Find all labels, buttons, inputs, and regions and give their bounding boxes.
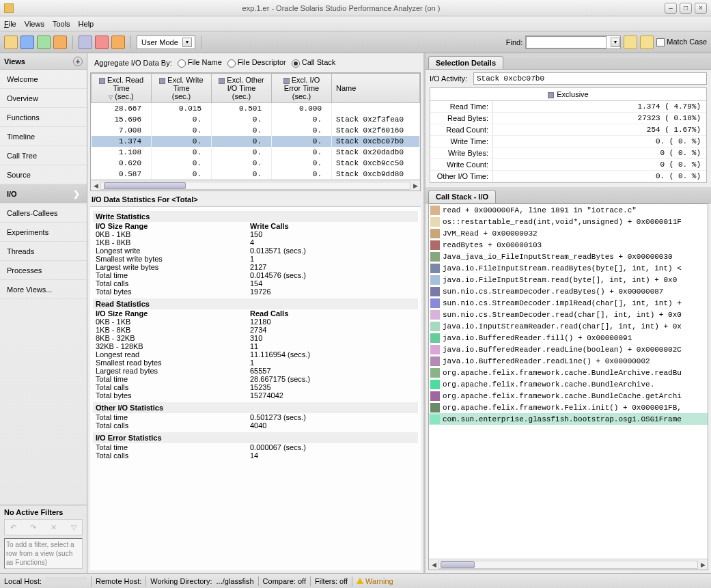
sidebar-item-threads[interactable]: Threads — [0, 242, 87, 261]
filter-redo-icon[interactable]: ↷ — [27, 522, 40, 533]
callstack-row[interactable]: org.apache.felix.framework.cache.BundleA… — [429, 367, 708, 378]
tab-call-stack-io[interactable]: Call Stack - I/O — [428, 190, 496, 203]
callstack-row[interactable]: read + 0x000000FA, line 1891 in "iotrace… — [429, 204, 708, 216]
color-swatch-icon — [430, 275, 440, 285]
toolbar: User Mode ▾ Find: ▾ Match Case — [0, 31, 711, 53]
callstack-row[interactable]: os::restartable_read(int,void*,unsigned)… — [429, 216, 708, 227]
sidebar-item-functions[interactable]: Functions — [0, 108, 87, 127]
connect-icon[interactable] — [53, 36, 67, 49]
app-icon — [4, 3, 14, 13]
color-swatch-icon — [430, 391, 440, 401]
radio-call-stack[interactable]: Call Stack — [292, 58, 336, 67]
separator — [72, 36, 73, 49]
callstack-row[interactable]: sun.nio.cs.StreamDecoder.implRead(char[]… — [429, 297, 708, 309]
callstack-row[interactable]: java.io.BufferedReader.readLine() + 0x00… — [429, 355, 708, 367]
radio-file-descriptor[interactable]: File Descriptor — [227, 58, 286, 67]
callstack-row[interactable]: java.io.BufferedReader.fill() + 0x000000… — [429, 332, 708, 344]
io-pane: Aggregate I/O Data By: File Name File De… — [87, 53, 426, 573]
settings-icon[interactable] — [111, 36, 125, 49]
color-swatch-icon — [430, 206, 440, 215]
column-header[interactable]: Excl. Other I/O Time(sec.) — [212, 74, 272, 103]
aggregate-icon[interactable] — [37, 36, 51, 49]
callstack-h-scrollbar[interactable]: ◀▶ — [429, 559, 708, 570]
callstack-row[interactable]: org.apache.felix.framework.cache.BundleC… — [429, 390, 708, 402]
sidebar-item-welcome[interactable]: Welcome — [0, 70, 87, 89]
find-combo[interactable]: ▾ — [525, 36, 621, 49]
find-next-icon[interactable] — [640, 36, 654, 49]
open-icon[interactable] — [4, 36, 18, 49]
close-button[interactable]: × — [695, 3, 707, 14]
sidebar-item-call-tree[interactable]: Call Tree — [0, 146, 87, 165]
stats-row: 32KB - 128KB11 — [93, 342, 418, 350]
sidebar-item-timeline[interactable]: Timeline — [0, 127, 87, 146]
minimize-button[interactable]: – — [665, 3, 677, 14]
stats-section-header: Write Statistics — [93, 211, 418, 222]
table-h-scrollbar[interactable]: ◀▶ — [90, 180, 421, 191]
column-header[interactable]: Name — [332, 74, 420, 103]
add-view-button[interactable]: + — [73, 57, 83, 66]
callstack-row[interactable]: java.io.FileInputStream.read(byte[], int… — [429, 274, 708, 285]
sidebar-item-experiments[interactable]: Experiments — [0, 223, 87, 242]
find-input[interactable] — [526, 36, 607, 48]
sidebar-item-overview[interactable]: Overview — [0, 89, 87, 108]
window-titlebar: exp.1.er - Oracle Solaris Studio Perform… — [0, 0, 711, 16]
table-row[interactable]: 0.5870.0.0.Stack 0xcb9dd80 — [92, 169, 420, 180]
callstack-row[interactable]: com.sun.enterprise.glassfish.bootstrap.o… — [429, 413, 708, 425]
refresh-icon[interactable] — [95, 36, 109, 49]
callstack-row[interactable]: sun.nio.cs.StreamDecoder.readBytes() + 0… — [429, 285, 708, 297]
filter-funnel-icon[interactable]: ▽ — [68, 522, 80, 533]
status-warning[interactable]: Warning — [357, 577, 393, 585]
stats-row: 1KB - 8KB2734 — [93, 326, 418, 334]
sidebar-item-source[interactable]: Source — [0, 165, 87, 184]
callstack-row[interactable]: org.apache.felix.framework.cache.BundleA… — [429, 378, 708, 390]
stats-row: Longest read11.116954 (secs.) — [93, 350, 418, 359]
chevron-down-icon: ▾ — [611, 38, 620, 47]
callstack-row[interactable]: org.apache.felix.framework.Felix.init() … — [429, 402, 708, 413]
io-activity-label: I/O Activity: — [430, 74, 473, 83]
stats-row: Largest write bytes2127 — [93, 263, 418, 271]
table-row[interactable]: 7.0080.0.0.Stack 0x2f60160 — [92, 125, 420, 136]
sidebar-item-more-views-[interactable]: More Views... — [0, 280, 87, 299]
views-header: Views + — [0, 53, 87, 70]
maximize-button[interactable]: □ — [680, 3, 692, 14]
archive-icon[interactable] — [20, 36, 34, 49]
sidebar-item-processes[interactable]: Processes — [0, 261, 87, 280]
stats-section-header: I/O Error Statistics — [93, 432, 418, 443]
filter-icon[interactable] — [79, 36, 92, 49]
color-swatch-icon — [430, 264, 440, 273]
radio-file-name[interactable]: File Name — [178, 58, 222, 67]
stats-row: Total time0.014576 (secs.) — [93, 271, 418, 279]
column-header[interactable]: Excl. Read Time▽ (sec.) — [92, 74, 152, 103]
menu-help[interactable]: Help — [79, 20, 94, 28]
callstack-row[interactable]: java.io.InputStreamReader.read(char[], i… — [429, 320, 708, 332]
menu-views[interactable]: Views — [25, 20, 44, 28]
callstack-row[interactable]: readBytes + 0x00000103 — [429, 239, 708, 251]
callstack-row[interactable]: JVM_Read + 0x00000032 — [429, 227, 708, 239]
menu-file[interactable]: File — [4, 20, 16, 28]
column-header[interactable]: Excl. Write Time(sec.) — [152, 74, 212, 103]
tab-selection-details[interactable]: Selection Details — [428, 56, 503, 69]
table-row[interactable]: 0.6200.0.0.Stack 0xcb9cc50 — [92, 158, 420, 169]
filter-remove-icon[interactable]: ✕ — [47, 522, 59, 533]
view-mode-combo[interactable]: User Mode ▾ — [137, 36, 195, 49]
table-row[interactable]: 28.6670.0150.5010.000 — [92, 103, 420, 115]
sidebar-item-callers-callees[interactable]: Callers-Callees — [0, 204, 87, 223]
sidebar-item-i-o[interactable]: I/O❯ — [0, 184, 87, 204]
io-activity-field[interactable] — [473, 72, 707, 85]
callstack-row[interactable]: java.io.BufferedReader.readLine(boolean)… — [429, 344, 708, 355]
table-row[interactable]: 15.6960.0.0.Stack 0x2f3fea0 — [92, 114, 420, 125]
callstack-row[interactable]: java.io.FileInputStream.readBytes(byte[]… — [429, 262, 708, 274]
callstack-row[interactable]: sun.nio.cs.StreamDecoder.read(char[], in… — [429, 309, 708, 320]
table-row[interactable]: 1.1080.0.0.Stack 0x20dadb0 — [92, 147, 420, 158]
color-swatch-icon — [430, 322, 440, 331]
table-row[interactable]: 1.3740.0.0.Stack 0xcbc07b0 — [92, 136, 420, 147]
metric-icon — [99, 78, 105, 84]
match-case-checkbox[interactable]: Match Case — [656, 38, 707, 46]
column-header[interactable]: Excl. I/O Error Time(sec.) — [272, 74, 332, 103]
filter-undo-icon[interactable]: ↶ — [7, 522, 19, 533]
status-remote-host: Remote Host: — [96, 577, 141, 585]
stats-row: Total calls4040 — [93, 421, 418, 430]
callstack-row[interactable]: Java_java_io_FileInputStream_readBytes +… — [429, 251, 708, 262]
find-prev-icon[interactable] — [624, 36, 637, 49]
menu-tools[interactable]: Tools — [53, 20, 70, 28]
